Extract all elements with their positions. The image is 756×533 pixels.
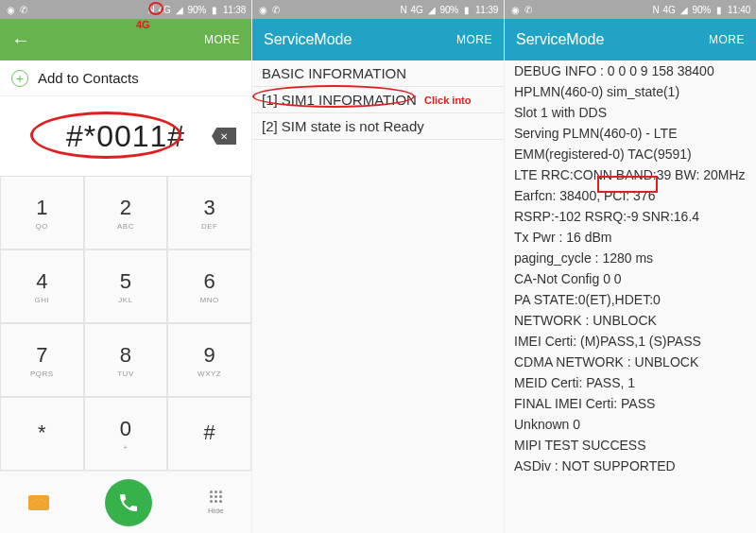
keypad: 1QO 2ABC 3DEF 4GHI 5JKL 6MNO 7PQRS 8TUV … — [0, 176, 251, 471]
back-button[interactable]: ← — [11, 30, 30, 49]
dialer-bottom-row: Hide — [0, 471, 251, 533]
battery-text: 90% — [693, 5, 711, 15]
list-item-basic-info[interactable]: BASIC INFORMATION — [252, 60, 504, 87]
debug-row[interactable]: CDMA NETWORK : UNBLOCK — [505, 352, 756, 372]
plus-icon: + — [11, 70, 28, 87]
servicemode-list: BASIC INFORMATION [1] SIM1 INFORMATION [… — [252, 60, 504, 533]
debug-row[interactable]: PA STATE:0(ET),HDET:0 — [505, 289, 756, 310]
clock-text: 11:38 — [223, 5, 246, 15]
debug-row[interactable]: Unknown 0 — [505, 414, 756, 435]
dialer-screen: 4G ◉ ✆ N 4G ◢ 90% ▮ 11:38 ← MORE + Add t… — [0, 0, 252, 533]
message-icon[interactable] — [28, 495, 49, 510]
debug-row[interactable]: DEBUG INFO : 0 0 0 9 158 38400 — [505, 60, 756, 81]
debug-row[interactable]: Earfcn: 38400, PCI: 376 — [505, 185, 756, 206]
servicemode-menu-screen: ◉ ✆ N 4G ◢ 90% ▮ 11:39 ServiceMode MORE … — [252, 0, 505, 533]
battery-icon: ▮ — [714, 5, 724, 14]
battery-text: 90% — [440, 5, 458, 15]
camera-icon: ◉ — [258, 5, 267, 14]
key-7[interactable]: 7PQRS — [0, 323, 84, 397]
key-hash[interactable]: # — [167, 397, 251, 471]
servicemode-header: ServiceMode MORE — [252, 19, 504, 60]
whatsapp-icon: ✆ — [19, 5, 28, 14]
key-1[interactable]: 1QO — [0, 176, 84, 249]
debug-row[interactable]: LTE RRC:CONN BAND:39 BW: 20MHz — [505, 164, 756, 185]
debug-row[interactable]: ASDiv : NOT SUPPORTED — [505, 456, 756, 476]
signal-icon: ◢ — [679, 5, 689, 14]
key-4[interactable]: 4GHI — [0, 249, 84, 323]
dialed-number: #*0011# — [66, 119, 185, 154]
signal-icon: ◢ — [427, 5, 437, 14]
servicemode-header: ServiceMode MORE — [505, 19, 756, 60]
hide-label: Hide — [208, 507, 223, 515]
debug-row[interactable]: RSRP:-102 RSRQ:-9 SNR:16.4 — [505, 206, 756, 227]
battery-text: 90% — [188, 5, 206, 15]
key-6[interactable]: 6MNO — [167, 249, 251, 323]
dial-display: #*0011# ✕ — [0, 96, 251, 176]
page-title: ServiceMode — [516, 31, 604, 48]
more-button[interactable]: MORE — [456, 33, 492, 46]
network-icon: 4G — [411, 5, 423, 15]
list-item-sim-state[interactable]: [2] SIM state is not Ready — [252, 113, 504, 140]
dialer-header: ← MORE — [0, 19, 251, 60]
key-9[interactable]: 9WXYZ — [167, 323, 251, 397]
whatsapp-icon: ✆ — [271, 5, 281, 14]
backspace-button[interactable]: ✕ — [212, 128, 236, 145]
debug-row[interactable]: MEID Certi: PASS, 1 — [505, 372, 756, 393]
clock-text: 11:39 — [475, 5, 498, 15]
debug-row[interactable]: Serving PLMN(460-0) - LTE — [505, 123, 756, 144]
debug-row[interactable]: CA-Not Config 0 0 — [505, 268, 756, 289]
key-8[interactable]: 8TUV — [84, 323, 168, 397]
debug-info-list: DEBUG INFO : 0 0 0 9 158 38400HPLMN(460-… — [505, 60, 756, 533]
debug-row[interactable]: paging_cycle : 1280 ms — [505, 248, 756, 268]
status-bar: ◉ ✆ N 4G ◢ 90% ▮ 11:40 — [505, 0, 756, 19]
debug-row[interactable]: HPLMN(460-0) sim_state(1) — [505, 81, 756, 102]
status-bar: ◉ ✆ N 4G ◢ 90% ▮ 11:39 — [252, 0, 504, 19]
call-button[interactable] — [105, 479, 152, 526]
network-icon: 4G — [159, 5, 171, 15]
network-icon: 4G — [663, 5, 676, 15]
page-title: ServiceMode — [264, 31, 352, 48]
debug-row[interactable]: Slot 1 with DDS — [505, 102, 756, 123]
debug-row[interactable]: IMEI Certi: (M)PASS,1 (S)PASS — [505, 331, 756, 352]
debug-row[interactable]: FINAL IMEI Certi: PASS — [505, 393, 756, 414]
debug-row[interactable]: NETWORK : UNBLOCK — [505, 310, 756, 331]
camera-icon: ◉ — [6, 5, 15, 14]
camera-icon: ◉ — [510, 5, 520, 14]
key-5[interactable]: 5JKL — [84, 249, 168, 323]
whatsapp-icon: ✆ — [524, 5, 533, 14]
nfc-icon: N — [148, 5, 155, 15]
nfc-icon: N — [401, 5, 407, 15]
hide-keypad-button[interactable]: Hide — [208, 490, 223, 515]
more-button[interactable]: MORE — [709, 33, 745, 46]
keypad-dots-icon — [210, 490, 222, 503]
key-2[interactable]: 2ABC — [84, 176, 168, 249]
signal-icon: ◢ — [175, 5, 184, 14]
status-bar: ◉ ✆ N 4G ◢ 90% ▮ 11:38 — [0, 0, 251, 19]
add-to-contacts-row[interactable]: + Add to Contacts — [0, 60, 251, 96]
battery-icon: ▮ — [210, 5, 219, 14]
phone-icon — [117, 491, 140, 514]
more-button[interactable]: MORE — [204, 33, 240, 46]
debug-row[interactable]: EMM(registered-0) TAC(9591) — [505, 144, 756, 164]
battery-icon: ▮ — [462, 5, 472, 14]
debug-row[interactable]: Tx Pwr : 16 dBm — [505, 227, 756, 248]
servicemode-debug-screen: ◉ ✆ N 4G ◢ 90% ▮ 11:40 ServiceMode MORE … — [505, 0, 756, 533]
key-star[interactable]: * — [0, 397, 84, 471]
add-to-contacts-label: Add to Contacts — [38, 70, 139, 86]
debug-row[interactable]: MIPI TEST SUCCESS — [505, 435, 756, 456]
key-0[interactable]: 0+ — [84, 397, 168, 471]
nfc-icon: N — [653, 5, 660, 15]
clock-text: 11:40 — [728, 5, 750, 15]
list-item-sim1-info[interactable]: [1] SIM1 INFORMATION — [252, 87, 504, 113]
key-3[interactable]: 3DEF — [167, 176, 251, 249]
